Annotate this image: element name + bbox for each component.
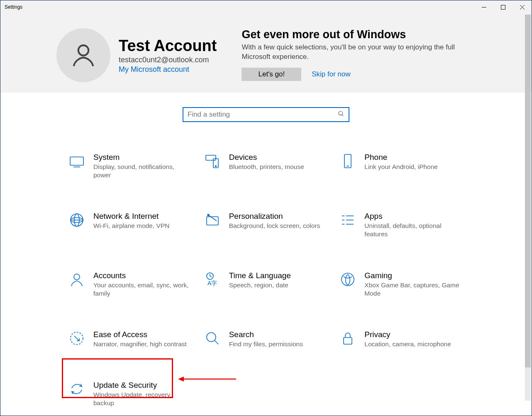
devices-icon (204, 153, 221, 169)
search-wrap (0, 107, 532, 122)
account-block: Test Account testacc0unt2@outlook.com My… (56, 28, 217, 82)
window-title: Settings (5, 4, 22, 10)
tile-title: System (93, 153, 189, 162)
tile-system[interactable]: System Display, sound, notifications, po… (67, 151, 198, 181)
tile-phone[interactable]: Phone Link your Android, iPhone (338, 151, 469, 181)
svg-point-19 (207, 214, 209, 216)
tile-personalization[interactable]: Personalization Background, lock screen,… (203, 210, 334, 240)
network-icon (68, 212, 85, 228)
tile-title: Update & Security (93, 381, 189, 390)
tile-desc: Your accounts, email, sync, work, family (93, 281, 189, 298)
svg-point-26 (74, 274, 80, 280)
scrollbar[interactable] (525, 15, 531, 401)
gaming-icon (339, 271, 356, 288)
tile-title: Phone (364, 153, 438, 162)
scrollbar-thumb[interactable] (525, 15, 531, 367)
system-icon (68, 153, 85, 169)
tile-update-security[interactable]: Update & Security Windows Update, recove… (67, 379, 198, 409)
promo-title: Get even more out of Windows (242, 28, 457, 41)
search-icon (338, 110, 344, 119)
tile-desc: Link your Android, iPhone (364, 163, 438, 171)
window-controls (474, 0, 532, 14)
tile-title: Ease of Access (93, 330, 187, 339)
tile-title: Accounts (93, 271, 189, 280)
tile-title: Devices (229, 153, 304, 162)
personalization-icon (204, 212, 221, 228)
update-security-icon (68, 381, 85, 397)
svg-line-29 (210, 276, 212, 277)
svg-rect-1 (501, 5, 505, 9)
maximize-button[interactable] (493, 0, 512, 14)
tile-desc: Uninstall, defaults, optional features (364, 222, 460, 238)
tile-network[interactable]: Network & Internet Wi-Fi, airplane mode,… (67, 210, 198, 240)
svg-line-34 (215, 340, 218, 344)
tile-title: Personalization (229, 212, 320, 221)
tile-desc: Bluetooth, printers, mouse (229, 163, 304, 171)
promo-block: Get even more out of Windows With a few … (242, 28, 457, 81)
tile-desc: Wi-Fi, airplane mode, VPN (93, 222, 169, 230)
header: Test Account testacc0unt2@outlook.com My… (0, 14, 532, 93)
tile-desc: Speech, region, date (229, 281, 291, 289)
settings-grid: System Display, sound, notifications, po… (67, 151, 469, 409)
svg-point-11 (215, 166, 216, 167)
minimize-button[interactable] (474, 0, 493, 14)
search-category-icon (204, 330, 221, 347)
svg-line-6 (342, 115, 343, 116)
titlebar: Settings (0, 0, 532, 14)
svg-text:A字: A字 (207, 280, 217, 286)
tile-privacy[interactable]: Privacy Location, camera, microphone (338, 328, 469, 350)
search-input[interactable] (188, 110, 338, 119)
skip-link[interactable]: Skip for now (312, 70, 351, 78)
accounts-icon (68, 271, 85, 288)
tile-search[interactable]: Search Find my files, permissions (203, 328, 334, 350)
lets-go-button[interactable]: Let's go! (242, 68, 301, 81)
svg-rect-9 (206, 155, 216, 160)
svg-point-4 (78, 45, 89, 55)
tile-ease-of-access[interactable]: Ease of Access Narrator, magnifier, high… (67, 328, 198, 350)
phone-icon (339, 153, 356, 169)
tile-title: Search (229, 330, 303, 339)
tile-desc: Windows Update, recovery, backup (93, 391, 189, 407)
tile-desc: Find my files, permissions (229, 340, 303, 348)
tile-gaming[interactable]: Gaming Xbox Game Bar, captures, Game Mod… (338, 269, 469, 299)
tile-title: Time & Language (229, 271, 291, 280)
account-email: testacc0unt2@outlook.com (119, 56, 217, 64)
tile-accounts[interactable]: Accounts Your accounts, email, sync, wor… (67, 269, 198, 299)
tile-desc: Display, sound, notifications, power (93, 163, 189, 179)
search-box[interactable] (183, 107, 349, 122)
svg-point-5 (339, 111, 342, 115)
promo-actions: Let's go! Skip for now (242, 68, 457, 81)
tile-title: Apps (364, 212, 460, 221)
privacy-icon (339, 330, 356, 347)
tile-devices[interactable]: Devices Bluetooth, printers, mouse (203, 151, 334, 181)
svg-point-31 (342, 273, 354, 286)
ease-of-access-icon (68, 330, 85, 347)
account-name: Test Account (119, 37, 217, 55)
account-text: Test Account testacc0unt2@outlook.com My… (119, 37, 217, 74)
promo-body: With a few quick selections, you'll be o… (242, 43, 457, 62)
tile-desc: Location, camera, microphone (364, 340, 451, 348)
close-button[interactable] (512, 0, 532, 14)
tile-time-language[interactable]: A字 Time & Language Speech, region, date (203, 269, 334, 299)
tile-title: Network & Internet (93, 212, 169, 221)
tile-title: Privacy (364, 330, 451, 339)
svg-point-33 (207, 333, 216, 342)
svg-rect-35 (344, 338, 352, 344)
svg-rect-7 (70, 157, 83, 165)
tile-desc: Narrator, magnifier, high contrast (93, 340, 187, 348)
tile-apps[interactable]: Apps Uninstall, defaults, optional featu… (338, 210, 469, 240)
tile-title: Gaming (364, 271, 460, 280)
tile-desc: Background, lock screen, colors (229, 222, 320, 230)
apps-icon (339, 212, 356, 228)
tile-desc: Xbox Game Bar, captures, Game Mode (364, 281, 460, 298)
avatar (56, 28, 110, 82)
time-language-icon: A字 (204, 271, 221, 288)
account-link[interactable]: My Microsoft account (119, 65, 217, 74)
